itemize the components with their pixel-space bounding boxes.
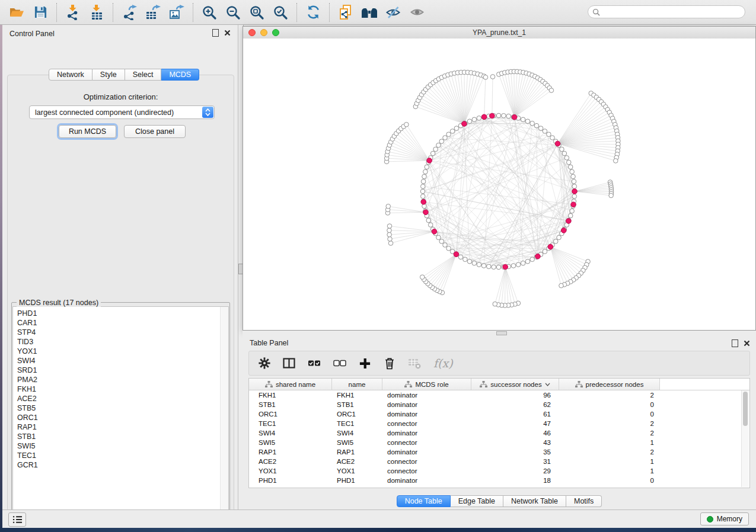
task-history-button[interactable] <box>8 512 26 527</box>
table-cell: STB1 <box>249 401 332 408</box>
mcds-result-item[interactable]: SWI5 <box>17 441 228 451</box>
mcds-result-item[interactable]: FKH1 <box>17 384 228 394</box>
tab-network-table[interactable]: Network Table <box>503 495 566 507</box>
tab-style[interactable]: Style <box>92 69 125 81</box>
column-header-predecessor-nodes[interactable]: predecessor nodes <box>559 379 660 390</box>
table-row[interactable]: SWI5SWI5connector431 <box>249 438 749 447</box>
mcds-result-item[interactable]: STB5 <box>17 403 228 413</box>
mcds-result-item[interactable]: STB1 <box>17 432 228 441</box>
close-panel-icon[interactable] <box>744 340 750 347</box>
export-network-button[interactable] <box>117 2 141 23</box>
select-all-icon[interactable] <box>308 358 321 368</box>
export-table-button[interactable] <box>141 2 165 23</box>
mcds-result-item[interactable]: RAP1 <box>17 422 228 432</box>
show-all-button[interactable] <box>405 2 429 23</box>
tab-motifs[interactable]: Motifs <box>566 495 602 507</box>
new-network-from-selection-button[interactable] <box>334 2 358 23</box>
mcds-result-item[interactable]: ORC1 <box>17 413 228 422</box>
table-cell: ACE2 <box>332 458 382 465</box>
mcds-list-scrollbar[interactable] <box>220 307 228 518</box>
mcds-result-item[interactable]: PHD1 <box>17 309 228 318</box>
table-cell: SWI4 <box>332 430 382 437</box>
table-row[interactable]: TEC1TEC1connector472 <box>249 419 749 428</box>
column-header-successor-nodes[interactable]: successor nodes <box>471 379 559 390</box>
memory-button[interactable]: Memory <box>700 512 749 525</box>
splitter-grip[interactable] <box>496 331 507 335</box>
zoom-in-button[interactable] <box>197 2 221 23</box>
table-panel: Table Panel <box>243 335 756 509</box>
node-table: shared namenameMCDS rolesuccessor nodesp… <box>248 378 750 488</box>
delete-column-trash-icon[interactable] <box>384 357 395 370</box>
tab-select[interactable]: Select <box>125 69 162 81</box>
close-panel-button[interactable]: Close panel <box>124 125 186 138</box>
scrollbar-thumb[interactable] <box>743 392 748 426</box>
close-window-icon[interactable] <box>248 29 256 36</box>
minimize-window-icon[interactable] <box>260 29 267 36</box>
mcds-result-item[interactable]: ACE2 <box>17 394 228 403</box>
table-cell: dominator <box>382 411 471 418</box>
float-panel-icon[interactable] <box>212 29 219 37</box>
control-panel-tabs: NetworkStyleSelectMCDS <box>49 69 199 81</box>
hide-selected-button[interactable] <box>381 2 405 23</box>
zoom-selected-button[interactable] <box>269 2 292 23</box>
mcds-result-item[interactable]: PMA2 <box>17 375 228 384</box>
save-session-button[interactable] <box>28 2 52 23</box>
column-header-name[interactable]: name <box>332 379 382 390</box>
mcds-result-item[interactable]: YOX1 <box>17 347 228 356</box>
table-row[interactable]: SWI4SWI4dominator462 <box>249 428 749 438</box>
mcds-result-item[interactable]: CAR1 <box>17 318 228 328</box>
mcds-result-item[interactable]: GCR1 <box>17 460 228 470</box>
table-panel-title: Table Panel <box>250 339 288 347</box>
toolbar-separator <box>56 3 57 22</box>
table-row[interactable]: RAP1RAP1dominator352 <box>249 447 749 457</box>
criterion-dropdown[interactable]: largest connected component (undirected) <box>29 105 215 119</box>
tab-edge-table[interactable]: Edge Table <box>451 495 503 507</box>
horizontal-splitter[interactable] <box>243 331 756 335</box>
table-row[interactable]: YOX1YOX1connector291 <box>249 466 749 476</box>
tab-network[interactable]: Network <box>49 69 92 81</box>
table-row[interactable]: STB1STB1dominator620 <box>249 400 749 409</box>
mcds-result-item[interactable]: SRD1 <box>17 366 228 375</box>
import-table-button[interactable] <box>85 2 109 23</box>
mcds-result-item[interactable]: SWI4 <box>17 356 228 366</box>
table-row[interactable]: ORC1ORC1dominator610 <box>249 409 749 419</box>
refresh-button[interactable] <box>301 2 325 23</box>
table-cell: YOX1 <box>249 467 332 475</box>
network-window-titlebar[interactable]: YPA_prune.txt_1 <box>243 27 755 39</box>
mcds-result-item[interactable]: TID3 <box>17 337 228 347</box>
zoom-out-button[interactable] <box>221 2 245 23</box>
mcds-result-item[interactable]: TEC1 <box>17 451 228 460</box>
open-file-button[interactable] <box>5 2 28 23</box>
namespace-tree-icon <box>265 381 273 388</box>
table-scrollbar[interactable] <box>741 390 749 487</box>
mcds-result-item[interactable]: STP4 <box>17 328 228 337</box>
export-image-button[interactable] <box>165 2 189 23</box>
column-header-shared-name[interactable]: shared name <box>249 379 332 390</box>
zoom-selected-icon <box>273 5 288 20</box>
memory-status-dot-icon <box>707 516 713 523</box>
zoom-fit-button[interactable] <box>245 2 269 23</box>
network-document-icon <box>338 5 353 20</box>
network-canvas[interactable] <box>243 39 755 330</box>
maximize-window-icon[interactable] <box>272 29 279 36</box>
tab-mcds[interactable]: MCDS <box>161 69 199 81</box>
close-panel-icon[interactable] <box>224 30 231 36</box>
run-mcds-button[interactable]: Run MCDS <box>59 125 116 138</box>
first-neighbors-button[interactable] <box>358 2 381 23</box>
table-row[interactable]: PHD1PHD1dominator180 <box>249 476 749 485</box>
add-column-icon[interactable] <box>359 357 371 370</box>
mcds-result-group: MCDS result (17 nodes) PHD1CAR1STP4TID3Y… <box>11 299 230 520</box>
column-settings-gear-icon[interactable] <box>259 357 270 369</box>
table-cell: dominator <box>382 392 471 399</box>
deselect-all-icon[interactable] <box>333 358 346 368</box>
search-field[interactable] <box>588 5 745 18</box>
float-panel-icon[interactable] <box>732 339 738 347</box>
import-network-button[interactable] <box>61 2 85 23</box>
search-input[interactable] <box>600 7 741 17</box>
column-header-MCDS-role[interactable]: MCDS role <box>382 379 471 390</box>
table-row[interactable]: ACE2ACE2connector311 <box>249 457 749 466</box>
table-cell: SWI4 <box>249 430 332 437</box>
tab-node-table[interactable]: Node Table <box>397 495 451 507</box>
split-panel-icon[interactable] <box>283 357 295 369</box>
table-row[interactable]: FKH1FKH1dominator962 <box>249 390 749 400</box>
